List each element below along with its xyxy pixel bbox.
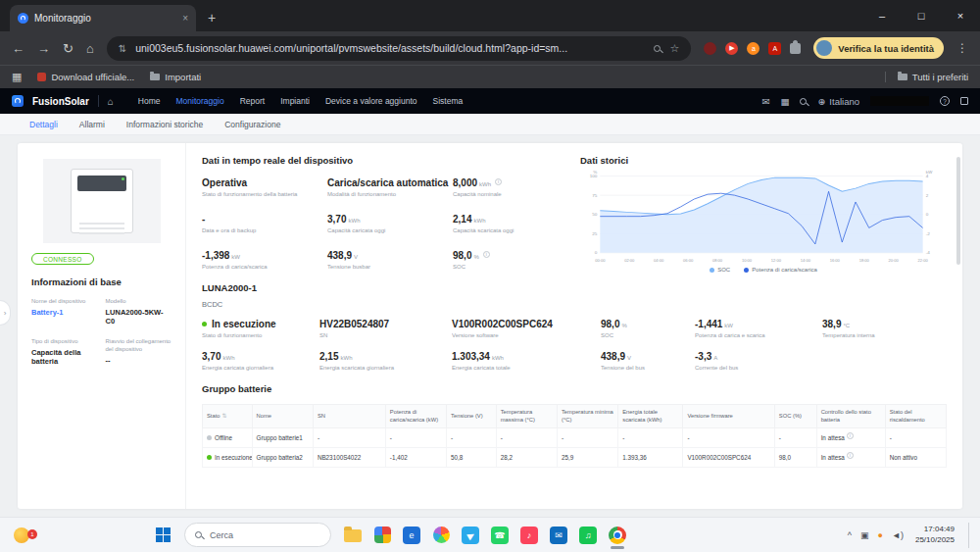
start-button[interactable] xyxy=(149,521,176,550)
nav-item-impianti[interactable]: Impianti xyxy=(280,96,310,106)
nav-item-device-a-valore-aggiunto[interactable]: Device a valore aggiunto xyxy=(325,96,417,106)
page-tab-allarmi[interactable]: Allarmi xyxy=(79,120,105,129)
nav-item-sistema[interactable]: Sistema xyxy=(433,96,464,106)
tab-close-icon[interactable]: × xyxy=(182,13,188,24)
device-field: ModelloLUNA2000-5KW-C0 xyxy=(106,297,172,326)
bookmark-folder-imported[interactable]: Importati xyxy=(150,72,201,82)
extension-youtube-icon[interactable]: ▶ xyxy=(725,42,738,55)
table-cell: V100R002C00SPC624 xyxy=(683,448,774,468)
info-icon[interactable]: i xyxy=(483,251,490,258)
file-explorer-icon[interactable] xyxy=(339,521,367,550)
home-button[interactable]: ⌂ xyxy=(86,41,94,56)
minimize-button[interactable]: – xyxy=(862,0,902,31)
extension-acrobat-icon[interactable]: A xyxy=(768,42,781,55)
zoom-icon[interactable] xyxy=(654,45,661,52)
legend-item-soc[interactable]: SOC xyxy=(710,267,730,273)
history-chart[interactable]: 0-425-25007521004%kW00:0002:0004:0006:00… xyxy=(580,170,947,266)
table-row[interactable]: In esecuzioneGruppo batteria2NB23100S402… xyxy=(203,448,947,468)
extensions-puzzle-icon[interactable] xyxy=(790,43,801,54)
luna-stats-row-1: In esecuzioneStato di funzionamentoHV22B… xyxy=(202,319,947,338)
info-icon[interactable]: i xyxy=(847,452,854,459)
scrollbar-thumb[interactable] xyxy=(956,157,960,265)
page-tab-informazioni-storiche[interactable]: Informazioni storiche xyxy=(126,120,203,129)
history-section: Dati storici 0-425-25007521004%kW00:0002… xyxy=(580,155,947,273)
store-icon[interactable] xyxy=(427,521,455,550)
stat-label: Data e ora di backup xyxy=(202,227,327,233)
telegram-icon[interactable]: ▶ xyxy=(457,521,484,550)
music-icon[interactable]: ♪ xyxy=(515,521,543,550)
field-value[interactable]: Battery-1 xyxy=(31,308,98,317)
info-icon[interactable]: i xyxy=(495,178,502,185)
folder-icon xyxy=(898,74,907,80)
realtime-section: Dati in tempo reale del dispositivo Oper… xyxy=(202,155,566,273)
whatsapp-icon[interactable]: ☎ xyxy=(486,521,514,550)
weather-widget[interactable]: 1 xyxy=(8,527,53,543)
device-field: Tipo di dispositivoCapacità della batter… xyxy=(31,337,98,366)
bookmark-star-icon[interactable]: ☆ xyxy=(669,42,679,55)
browser-tab[interactable]: Monitoraggio × xyxy=(10,5,196,31)
reload-button[interactable]: ↻ xyxy=(63,41,74,56)
maximize-button[interactable]: □ xyxy=(902,0,941,31)
close-button[interactable]: × xyxy=(941,0,980,31)
edge-icon[interactable]: e xyxy=(398,521,425,550)
tray-expand-icon[interactable]: ^ xyxy=(848,530,852,540)
table-row[interactable]: OfflineGruppo batterie1--------In attesa… xyxy=(203,428,947,448)
language-label: Italiano xyxy=(829,96,859,107)
brand-name[interactable]: FusionSolar xyxy=(32,96,89,107)
fullscreen-icon[interactable] xyxy=(960,97,968,105)
messages-icon[interactable]: ✉ xyxy=(761,96,769,107)
page-tab-dettagli[interactable]: Dettagli xyxy=(29,120,58,129)
field-label: Riavvio del collegamento del dispositivo xyxy=(106,337,172,353)
search-icon[interactable] xyxy=(800,98,807,105)
bookmark-item-official[interactable]: Download ufficiale... xyxy=(37,72,134,82)
taskbar-clock[interactable]: 17:04:49 25/10/2025 xyxy=(915,525,955,545)
legend-item-potenza-di-carica-scarica[interactable]: Potenza di carica/scarica xyxy=(744,267,817,273)
extension-adblock-icon[interactable] xyxy=(704,42,716,55)
show-desktop-button[interactable] xyxy=(968,523,972,548)
photos-icon[interactable] xyxy=(368,521,396,550)
nav-home-icon[interactable]: ⌂ xyxy=(108,96,114,107)
forward-button[interactable]: → xyxy=(37,41,50,56)
status-cell: Offline xyxy=(203,428,253,448)
photos-glyph xyxy=(374,527,391,543)
tray-app2-icon[interactable]: ● xyxy=(878,530,883,540)
stat-label: Capacità caricata oggi xyxy=(327,227,453,233)
back-button[interactable]: ← xyxy=(12,41,24,56)
extensions-area: ▶ a A xyxy=(704,42,801,55)
extension-avast-icon[interactable]: a xyxy=(747,42,760,55)
apps-grid-icon[interactable]: ▦ xyxy=(780,96,789,107)
stat-label: SOC xyxy=(453,264,559,270)
site-settings-icon[interactable]: ⇅ xyxy=(119,43,126,54)
new-tab-button[interactable]: + xyxy=(208,10,216,25)
browser-menu-icon[interactable]: ⋮ xyxy=(956,41,968,55)
panel-collapse-icon[interactable]: › xyxy=(0,300,11,326)
taskbar-search[interactable]: Cerca xyxy=(184,523,331,547)
apps-launcher-icon[interactable]: ▦ xyxy=(12,71,22,83)
tray-app1-icon[interactable]: ▣ xyxy=(860,530,869,540)
svg-text:2: 2 xyxy=(926,193,929,198)
nav-item-monitoraggio[interactable]: Monitoraggio xyxy=(176,96,224,106)
mail-icon[interactable]: ✉ xyxy=(545,521,572,550)
all-bookmarks-button[interactable]: Tutti i preferiti xyxy=(885,72,968,82)
windows-logo-icon xyxy=(156,527,171,542)
stat: Carica/scarica automaticaModalità di fun… xyxy=(327,177,453,197)
info-icon[interactable]: i xyxy=(847,432,854,439)
sort-icon[interactable]: ⇅ xyxy=(222,413,227,419)
help-icon[interactable]: ? xyxy=(940,96,950,106)
spotify-icon[interactable]: ♫ xyxy=(574,521,602,550)
table-cell: - xyxy=(447,428,497,448)
nav-item-report[interactable]: Report xyxy=(240,96,266,106)
identity-button[interactable]: Verifica la tua identità xyxy=(813,37,944,59)
language-selector[interactable]: ⊕ Italiano xyxy=(817,96,859,107)
fusionsolar-logo-icon[interactable] xyxy=(12,95,24,107)
stat-value: 2,15kWh xyxy=(319,351,452,362)
volume-icon[interactable]: ◄) xyxy=(892,530,904,540)
chrome-icon[interactable] xyxy=(604,521,631,550)
column-header[interactable]: Stato⇅ xyxy=(203,405,253,428)
stat-value: -1,441kW xyxy=(695,319,822,329)
nav-item-home[interactable]: Home xyxy=(138,96,161,106)
url-text[interactable]: uni003eu5.fusionsolar.huawei.com/uniport… xyxy=(135,42,645,54)
address-bar[interactable]: ⇅ uni003eu5.fusionsolar.huawei.com/unipo… xyxy=(107,36,692,61)
page-tab-configurazione[interactable]: Configurazione xyxy=(224,120,280,129)
stat-label: Stato di funzionamento xyxy=(202,332,319,338)
